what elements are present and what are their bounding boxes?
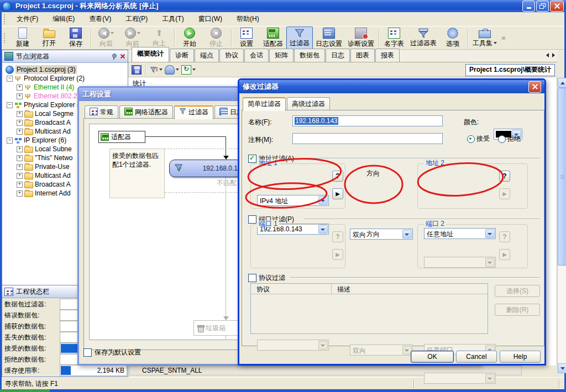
tab-filter[interactable]: 过滤器 [174, 105, 213, 119]
filter-comment-input[interactable] [292, 133, 443, 144]
graph-display-button[interactable] [165, 65, 179, 75]
addr1-expand-button[interactable]: ▶ [332, 188, 343, 199]
toolbar-button-toolset[interactable]: 工具集 [470, 27, 500, 50]
toolbar-button-filter-table[interactable]: 过滤器表 [407, 27, 439, 50]
expand-icon[interactable]: + [17, 164, 23, 170]
scrollbar-thumb[interactable] [558, 88, 566, 266]
toolbar-button-filter[interactable]: 过滤器 [286, 27, 313, 50]
tab-report[interactable]: 报表 [375, 49, 400, 62]
tree-item-broadcast-addresses-2[interactable]: + Broadcast A [17, 180, 71, 189]
scroll-down-button[interactable] [558, 363, 566, 373]
restore-button[interactable] [536, 1, 549, 12]
addr1-type-combo[interactable]: IPv4 地址 [257, 195, 329, 206]
tree-item-local-subnet[interactable]: + Local Subne [17, 145, 72, 153]
reject-radio[interactable] [498, 135, 506, 143]
menu-file[interactable]: 文件(F) [9, 12, 45, 26]
addr1-help-button[interactable]: ? [332, 171, 343, 182]
panel-close-icon[interactable] [120, 54, 125, 59]
adapter-node[interactable]: 适配器 [98, 131, 145, 143]
vertical-scrollbar[interactable] [557, 78, 566, 373]
tab-general[interactable]: 常规 [85, 105, 118, 119]
cancel-button[interactable]: Cancel [456, 351, 497, 363]
menu-window[interactable]: 窗口(W) [191, 12, 229, 26]
expand-icon[interactable]: + [17, 146, 23, 152]
dialog-close-button[interactable] [528, 81, 541, 93]
help-button[interactable]: Help [500, 351, 541, 363]
tree-item-multicast-addresses[interactable]: + Multicast Ad [17, 127, 71, 136]
menu-tools[interactable]: 工具(T) [155, 12, 191, 26]
collapse-icon[interactable]: − [7, 102, 13, 108]
tree-item-broadcast-addresses[interactable]: + Broadcast A [17, 118, 71, 127]
toolbar-button-options[interactable]: 选项 [439, 27, 466, 50]
tab-scroll-left-icon[interactable] [546, 53, 549, 57]
tree-item-internet-addresses[interactable]: + Internet Add [17, 189, 71, 198]
tree-item-project[interactable]: Project 1.cscproj (3) [6, 65, 77, 74]
expand-icon[interactable]: + [17, 93, 23, 99]
menu-edit[interactable]: 编辑(E) [45, 12, 82, 26]
port-filter-checkbox[interactable] [248, 215, 256, 224]
toolbar-button-log-settings[interactable]: 日志设置 [313, 27, 345, 50]
toolbar-button-adapter[interactable]: 适配器 [260, 27, 286, 50]
tab-matrix[interactable]: 矩阵 [269, 49, 294, 62]
tab-chart[interactable]: 图表 [350, 49, 375, 62]
tab-diagnosis[interactable]: 诊断 [170, 49, 194, 62]
tree-item-this-network[interactable]: + "This" Netwo [17, 153, 73, 162]
addr2-help-button[interactable]: ? [499, 171, 510, 182]
tree-item-protocol-explorer[interactable]: − Protocol Explorer (2) [7, 74, 85, 83]
collapse-icon[interactable]: − [7, 76, 13, 82]
toolbar-overflow-button[interactable] [501, 30, 506, 46]
tab-packet[interactable]: 数据包 [294, 49, 325, 62]
tab-protocol[interactable]: 协议 [219, 49, 244, 62]
tree-item-ethernet-ii[interactable]: + Ethernet II (4) [17, 83, 74, 92]
save-default-checkbox[interactable] [83, 348, 92, 357]
menu-project[interactable]: 工程(P) [118, 12, 155, 26]
address-filter-checkbox[interactable] [248, 155, 256, 163]
tree-item-local-segment[interactable]: + Local Segme [17, 109, 74, 118]
filter-display-button[interactable] [150, 66, 163, 74]
tab-summary-stats[interactable]: 概要统计 [132, 47, 169, 62]
expand-icon[interactable]: + [17, 182, 23, 188]
menu-view[interactable]: 查看(V) [82, 12, 118, 26]
expand-icon[interactable]: + [17, 129, 23, 135]
toolbar-button-name-table[interactable]: 名字表 [381, 27, 407, 50]
tree-item-ethernet-8022[interactable]: + Ethernet 802.2 [17, 92, 77, 100]
filter-name-input[interactable]: 192.168.0.143 [292, 115, 443, 126]
expand-icon[interactable]: + [17, 111, 23, 117]
direction-combo[interactable]: 双向 [350, 229, 413, 240]
tree-item-physical-explorer[interactable]: − Physical Explorer (3) [7, 100, 85, 109]
toolbar-button-settings[interactable]: 设置 [233, 27, 260, 50]
scroll-up-button[interactable] [558, 78, 566, 88]
minimize-button[interactable] [522, 1, 535, 12]
collapse-icon[interactable]: − [7, 137, 13, 144]
tab-advanced-filter[interactable]: 高级过滤器 [287, 97, 330, 111]
tab-endpoint[interactable]: 端点 [195, 49, 219, 62]
expand-icon[interactable]: + [17, 155, 23, 161]
ok-button[interactable]: OK [411, 351, 454, 363]
accept-radio[interactable] [467, 135, 475, 143]
toolbar-button-diagnosis-settings[interactable]: 诊断设置 [345, 27, 377, 50]
tab-session[interactable]: 会话 [244, 49, 269, 62]
tree-item-ip-explorer[interactable]: − IP Explorer (6) [7, 136, 66, 145]
tree-item-private-use[interactable]: + Private-Use [17, 162, 70, 171]
save-view-icon[interactable] [132, 65, 142, 75]
refresh-button[interactable]: ↻ [181, 65, 196, 75]
tab-simple-filter[interactable]: 简单过滤器 [243, 97, 286, 111]
expand-icon[interactable]: + [17, 120, 23, 126]
tab-scroll-right-icon[interactable] [552, 53, 555, 57]
pin-icon[interactable] [112, 53, 116, 60]
expand-icon[interactable]: + [17, 84, 23, 91]
adapter-node-label: 适配器 [111, 133, 131, 142]
tree-item-multicast-addresses-2[interactable]: + Multicast Ad [17, 171, 71, 180]
tab-log[interactable]: 日志 [326, 49, 350, 62]
tab-network-adapter[interactable]: 网络适配器 [119, 105, 173, 119]
close-button[interactable] [550, 1, 564, 12]
menu-help[interactable]: 帮助(H) [229, 12, 266, 26]
expand-icon[interactable]: + [17, 173, 23, 179]
toolbar-button-start[interactable]: ▶ 开始 [176, 27, 203, 50]
protocol-filter-checkbox[interactable] [248, 274, 256, 282]
expand-icon[interactable]: + [17, 190, 23, 197]
protocol-table[interactable]: 协议 描述 [250, 283, 488, 334]
toolbar-button-open[interactable]: 打开 [36, 27, 62, 50]
toolbar-button-new[interactable]: 新建 [9, 27, 36, 50]
toolbar-button-save[interactable]: 保存 [62, 27, 89, 50]
